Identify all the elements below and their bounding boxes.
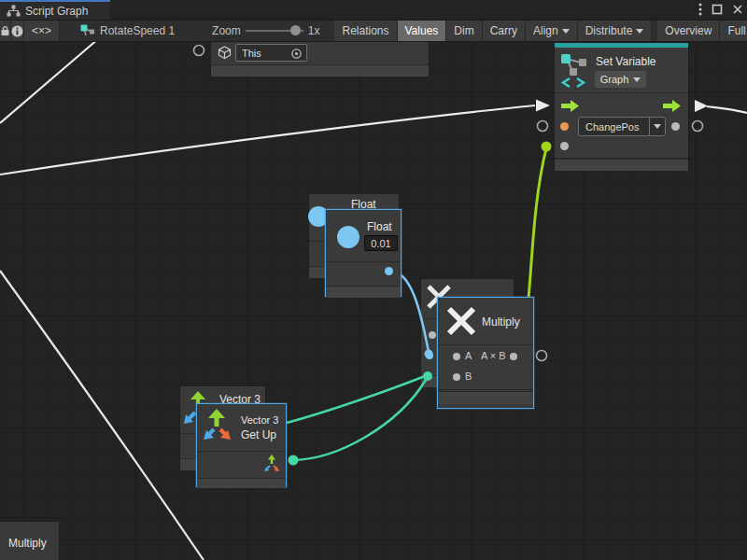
script-graph-asset-icon	[80, 24, 95, 37]
variable-accent-stripe	[555, 43, 688, 48]
this-object-field[interactable]: This	[235, 44, 307, 62]
variable-scope-dropdown[interactable]: Graph	[595, 71, 646, 88]
zoom-label: Zoom	[212, 24, 241, 37]
vector3-icon	[201, 408, 238, 445]
set-variable-icon	[560, 53, 590, 89]
this-field-value: This	[242, 48, 261, 59]
info-icon	[11, 25, 23, 37]
node-set-variable[interactable]: Set Variable Graph ChangePos	[554, 42, 689, 171]
port-input-a[interactable]	[429, 331, 436, 339]
port-input-value[interactable]	[560, 142, 569, 150]
graph-canvas[interactable]: Float Vector 3	[0, 0, 747, 560]
separator	[438, 344, 533, 345]
chevron-down-icon	[636, 29, 643, 34]
node-title: Multiply	[8, 537, 47, 550]
info-button[interactable]	[11, 21, 24, 41]
vector3-output-icon[interactable]	[262, 454, 281, 472]
connection-teal-start-bubble	[289, 455, 299, 466]
toolbar-button-overview[interactable]: Overview	[657, 21, 720, 41]
toolbar-button-distribute[interactable]: Distribute	[578, 21, 653, 41]
lock-icon	[0, 25, 10, 36]
node-footer	[197, 478, 286, 488]
toolbar-button-full-screen[interactable]: Full Screen	[720, 21, 747, 41]
zoom-control: Zoom 1x	[206, 21, 325, 41]
chevron-down-icon	[654, 124, 661, 129]
separator	[438, 389, 533, 390]
node-subtitle: Get Up	[241, 428, 276, 441]
menu-icon[interactable]	[698, 3, 702, 16]
toolbar-button-relations[interactable]: Relations	[334, 21, 397, 41]
float-value-field[interactable]: 0.01	[364, 235, 398, 251]
node-footer	[438, 391, 533, 404]
control-input-arrow[interactable]	[561, 100, 580, 112]
node-title: Set Variable	[596, 55, 655, 68]
graph-ref-label: RotateSpeed 1	[100, 24, 175, 37]
port-input-b-connected[interactable]	[426, 352, 433, 359]
port-result[interactable]	[510, 353, 517, 360]
toolbar-button-values[interactable]: Values	[398, 21, 447, 41]
object-picker-icon[interactable]	[290, 48, 303, 60]
tab-label: Script Graph	[25, 5, 88, 18]
toolbar-button-dim[interactable]: Dim	[446, 21, 482, 41]
zoom-slider-handle[interactable]	[290, 25, 301, 35]
port-outline-setvariable-right[interactable]	[693, 121, 703, 132]
graph-breadcrumb[interactable]: RotateSpeed 1	[75, 21, 180, 41]
node-multiply-fragment[interactable]: Multiply	[0, 521, 60, 560]
port-outline-multiply-out[interactable]	[537, 351, 547, 361]
button-label: Carry	[490, 24, 517, 37]
port-variable-name[interactable]	[560, 122, 569, 131]
button-label: Full Screen	[727, 24, 747, 37]
separator	[326, 261, 401, 262]
connection-teal-lower	[293, 380, 426, 460]
float-icon	[337, 226, 359, 248]
connection-white-offscreen-right	[707, 106, 747, 113]
port-outline-this[interactable]	[194, 46, 204, 56]
connection-lime-endpoint	[542, 142, 552, 152]
port-float-output[interactable]	[385, 267, 393, 275]
node-footer	[326, 286, 401, 298]
arrowhead-into-setvariable	[536, 100, 550, 112]
toolbar-button-align[interactable]: Align	[526, 21, 578, 41]
maximize-icon[interactable]	[712, 4, 723, 15]
zoom-value: 1x	[308, 24, 320, 37]
button-label: Overview	[665, 24, 712, 37]
zoom-slider[interactable]	[246, 30, 303, 32]
node-footer	[555, 159, 688, 171]
button-label: Dim	[454, 24, 473, 37]
connection-teal-upper	[287, 376, 425, 423]
tab-bar: Script Graph	[0, 0, 747, 21]
graph-toolbar: <×> RotateSpeed 1 Zoom 1x Relations Valu…	[0, 21, 747, 42]
graph-hierarchy-icon	[7, 5, 21, 17]
node-footer	[211, 64, 429, 77]
port-outline-setvariable-left[interactable]	[538, 121, 548, 132]
variable-name: ChangePos	[585, 121, 640, 133]
output-label: A × B	[481, 350, 506, 361]
port-b-label: B	[465, 371, 472, 382]
connection-white-to-setvariable	[0, 105, 535, 175]
multiply-x-icon	[445, 305, 477, 337]
node-title: Multiply	[482, 315, 520, 329]
node-multiply[interactable]: Multiply A A × B B	[437, 297, 534, 409]
close-icon[interactable]	[732, 4, 743, 15]
control-output-arrow[interactable]	[663, 100, 682, 112]
node-vector3-get-up[interactable]: Vector 3 Get Up	[196, 403, 287, 487]
script-graph-window: Float Vector 3	[0, 0, 747, 560]
node-float[interactable]: Float 0.01	[325, 209, 402, 297]
node-this[interactable]: This	[210, 41, 430, 77]
tab-script-graph[interactable]: Script Graph	[0, 0, 110, 20]
button-label: Distribute	[585, 24, 633, 37]
coupler-button[interactable]: <×>	[24, 21, 60, 41]
button-label: Align	[533, 24, 558, 37]
separator	[555, 92, 688, 93]
variable-name-dropdown[interactable]	[649, 117, 666, 136]
arrowhead-out-setvariable	[695, 100, 708, 112]
toolbar-button-carry[interactable]: Carry	[483, 21, 526, 41]
port-output-value[interactable]	[671, 122, 680, 131]
node-title: Float	[367, 220, 392, 233]
connection-white-topleft	[0, 38, 99, 123]
port-a[interactable]	[453, 353, 460, 360]
lock-button[interactable]	[0, 21, 11, 41]
variable-name-field[interactable]: ChangePos	[578, 117, 650, 136]
port-b[interactable]	[453, 373, 460, 381]
separator	[197, 451, 286, 452]
